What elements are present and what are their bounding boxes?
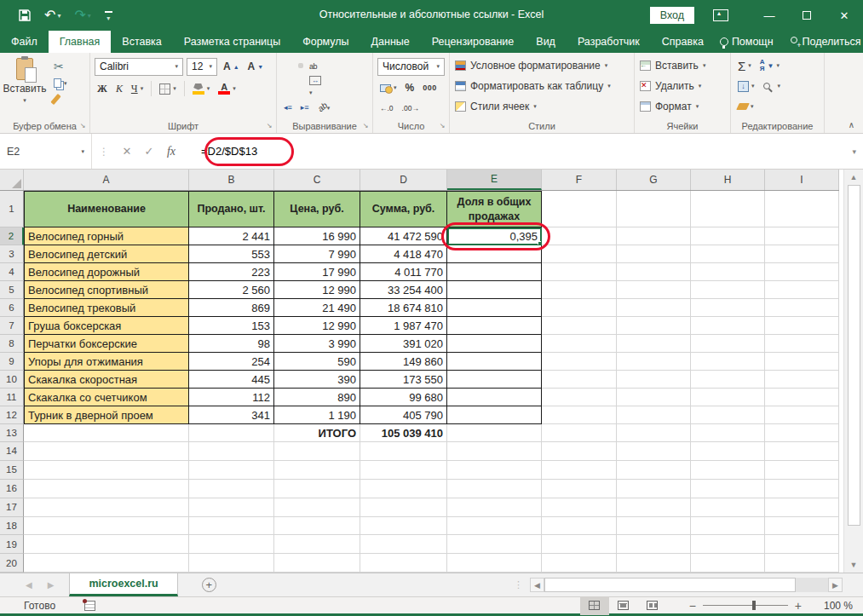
cell-F10[interactable] bbox=[542, 371, 617, 389]
cell-G10[interactable] bbox=[617, 371, 691, 389]
row-header-16[interactable]: 16 bbox=[0, 480, 24, 498]
zoom-slider-thumb[interactable] bbox=[752, 601, 756, 610]
tab-разработчик[interactable]: Разработчик bbox=[567, 31, 651, 53]
cell-H12[interactable] bbox=[691, 406, 765, 424]
format-as-table-button[interactable]: Форматировать как таблицу▾ bbox=[450, 76, 634, 96]
next-sheet-arrow[interactable]: ▶ bbox=[48, 580, 55, 590]
cell-C20[interactable] bbox=[274, 554, 360, 573]
font-name-combo[interactable]: Calibri▾ bbox=[95, 58, 183, 76]
cell-C13[interactable]: ИТОГО bbox=[274, 424, 360, 442]
confirm-entry-button[interactable]: ✓ bbox=[138, 145, 160, 158]
cell-H14[interactable] bbox=[691, 442, 765, 461]
cell-A15[interactable] bbox=[24, 461, 189, 480]
cell-E6[interactable] bbox=[447, 299, 542, 317]
tab-данные[interactable]: Данные bbox=[360, 31, 421, 53]
bold-button[interactable]: Ж bbox=[95, 82, 110, 96]
cell-D8[interactable]: 391 020 bbox=[360, 335, 447, 353]
column-header-E[interactable]: E bbox=[447, 170, 542, 190]
row-header-8[interactable]: 8 bbox=[0, 335, 24, 353]
cell-B13[interactable] bbox=[189, 424, 274, 442]
increase-decimal-button[interactable]: ←.0 bbox=[377, 103, 396, 113]
column-header-G[interactable]: G bbox=[617, 170, 691, 190]
cell-I20[interactable] bbox=[765, 554, 839, 573]
sort-filter-button[interactable]: АЯ▼▾ bbox=[757, 58, 782, 73]
decrease-decimal-button[interactable]: .00→ bbox=[400, 103, 422, 113]
cell-B3[interactable]: 553 bbox=[189, 245, 274, 263]
cell-G12[interactable] bbox=[617, 406, 691, 424]
cell-H7[interactable] bbox=[691, 317, 765, 335]
tab-справка[interactable]: Справка bbox=[651, 31, 715, 53]
cell-G16[interactable] bbox=[617, 480, 691, 498]
cell-E18[interactable] bbox=[447, 517, 542, 536]
cell-H9[interactable] bbox=[691, 353, 765, 371]
cell-I13[interactable] bbox=[765, 424, 839, 442]
cell-F11[interactable] bbox=[542, 389, 617, 406]
view-normal-button[interactable] bbox=[580, 596, 609, 615]
cell-A14[interactable] bbox=[24, 442, 189, 461]
cell-B14[interactable] bbox=[189, 442, 274, 461]
cell-I16[interactable] bbox=[765, 480, 839, 498]
cell-H16[interactable] bbox=[691, 480, 765, 498]
tab-вставка[interactable]: Вставка bbox=[111, 31, 172, 53]
cell-E20[interactable] bbox=[447, 554, 542, 573]
cell-B7[interactable]: 153 bbox=[189, 317, 274, 335]
cell-H13[interactable] bbox=[691, 424, 765, 442]
comma-style-button[interactable]: 000 bbox=[420, 83, 440, 93]
cell-G7[interactable] bbox=[617, 317, 691, 335]
tab-главная[interactable]: Главная bbox=[49, 31, 112, 53]
cell-B6[interactable]: 869 bbox=[189, 299, 274, 317]
row-header-15[interactable]: 15 bbox=[0, 461, 24, 480]
cell-A9[interactable]: Упоры для отжимания bbox=[24, 353, 189, 371]
cell-I12[interactable] bbox=[765, 406, 839, 424]
cell-C3[interactable]: 7 990 bbox=[274, 245, 360, 263]
cell-H15[interactable] bbox=[691, 461, 765, 480]
cell-E12[interactable] bbox=[447, 406, 542, 424]
cell-C6[interactable]: 21 490 bbox=[274, 299, 360, 317]
cell-I6[interactable] bbox=[765, 299, 839, 317]
cell-D19[interactable] bbox=[360, 535, 447, 554]
maximize-button[interactable] bbox=[788, 0, 826, 31]
cell-C10[interactable]: 390 bbox=[274, 371, 360, 389]
cell-D2[interactable]: 41 472 590 bbox=[360, 227, 447, 245]
row-header-3[interactable]: 3 bbox=[0, 245, 24, 263]
cell-F5[interactable] bbox=[542, 281, 617, 299]
cell-F14[interactable] bbox=[542, 442, 617, 461]
cell-G14[interactable] bbox=[617, 442, 691, 461]
font-size-combo[interactable]: 12▾ bbox=[187, 58, 217, 76]
cell-G4[interactable] bbox=[617, 263, 691, 281]
insert-cells-button[interactable]: Вставить▾ bbox=[635, 55, 730, 76]
minimize-button[interactable]: — bbox=[751, 0, 788, 31]
orientation-button[interactable]: ab▾ bbox=[315, 98, 333, 115]
cell-D16[interactable] bbox=[360, 480, 447, 498]
row-header-20[interactable]: 20 bbox=[0, 554, 24, 573]
sheet-tab-active[interactable]: microexcel.ru bbox=[69, 573, 177, 596]
cell-E4[interactable] bbox=[447, 263, 542, 281]
clear-button[interactable]: ▾ bbox=[735, 102, 757, 111]
align-left-button[interactable] bbox=[281, 83, 286, 89]
tab-формулы[interactable]: Формулы bbox=[291, 31, 360, 53]
fill-handle[interactable] bbox=[538, 241, 542, 245]
cell-D12[interactable]: 405 790 bbox=[360, 406, 447, 424]
cell-C7[interactable]: 12 990 bbox=[274, 317, 360, 335]
cell-B4[interactable]: 223 bbox=[189, 263, 274, 281]
cell-A17[interactable] bbox=[24, 498, 189, 517]
cell-A2[interactable]: Велосипед горный bbox=[24, 227, 189, 245]
cell-G6[interactable] bbox=[617, 299, 691, 317]
cell-A1[interactable]: Наименование bbox=[24, 191, 189, 227]
share-button[interactable]: Поделиться bbox=[784, 36, 863, 48]
cell-C16[interactable] bbox=[274, 480, 360, 498]
cell-A12[interactable]: Турник в дверной проем bbox=[24, 406, 189, 424]
cell-B5[interactable]: 2 560 bbox=[189, 281, 274, 299]
find-select-button[interactable]: ▾ bbox=[761, 82, 784, 90]
cell-F15[interactable] bbox=[542, 461, 617, 480]
cell-G17[interactable] bbox=[617, 498, 691, 517]
cell-C1[interactable]: Цена, руб. bbox=[274, 191, 360, 227]
alignment-dialog-launcher[interactable]: ↘ bbox=[361, 122, 370, 130]
scroll-left-arrow[interactable]: ◀ bbox=[530, 578, 544, 592]
column-header-F[interactable]: F bbox=[542, 170, 617, 190]
collapse-ribbon-button[interactable]: ∧ bbox=[849, 120, 854, 130]
font-dialog-launcher[interactable]: ↘ bbox=[265, 122, 273, 130]
cell-D3[interactable]: 4 418 470 bbox=[360, 245, 447, 263]
cell-B12[interactable]: 341 bbox=[189, 406, 274, 424]
row-header-17[interactable]: 17 bbox=[0, 498, 24, 517]
